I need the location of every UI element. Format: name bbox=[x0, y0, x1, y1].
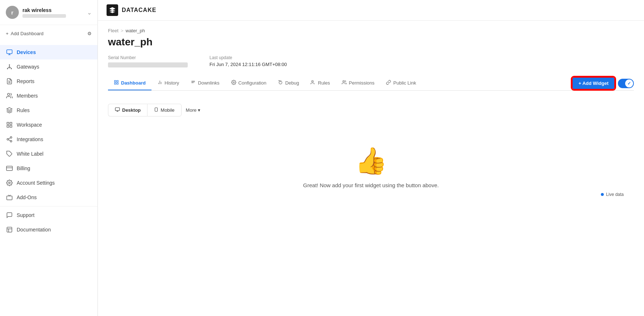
add-dashboard-button[interactable]: + Add Dashboard ⚙ bbox=[0, 28, 97, 39]
chevron-down-icon[interactable]: ⌄ bbox=[87, 9, 92, 16]
svg-point-14 bbox=[10, 140, 12, 142]
svg-point-13 bbox=[7, 139, 9, 140]
members-icon bbox=[6, 92, 13, 99]
sidebar-item-white-label[interactable]: White Label bbox=[0, 147, 97, 161]
tab-history-label: History bbox=[165, 80, 179, 86]
svg-point-36 bbox=[312, 81, 313, 82]
desktop-icon bbox=[115, 107, 120, 113]
sidebar-item-workspace[interactable]: Workspace bbox=[0, 118, 97, 132]
last-update-group: Last update Fri Jun 7, 2024 12:11:16 GMT… bbox=[209, 55, 287, 67]
live-dot bbox=[601, 193, 604, 196]
svg-rect-21 bbox=[7, 227, 12, 232]
tab-configuration[interactable]: Configuration bbox=[225, 76, 272, 90]
sidebar-item-members[interactable]: Members bbox=[0, 89, 97, 103]
svg-rect-0 bbox=[7, 50, 12, 54]
tabs-bar: Dashboard History Down bbox=[108, 76, 634, 91]
tab-downlinks[interactable]: Downlinks bbox=[185, 76, 225, 90]
add-dashboard-section: + Add Dashboard ⚙ bbox=[0, 25, 97, 42]
white-label-icon bbox=[6, 150, 13, 157]
plus-icon: + bbox=[6, 31, 9, 36]
configuration-tab-icon bbox=[231, 80, 236, 86]
sidebar-item-add-ons[interactable]: Add-Ons bbox=[0, 190, 97, 205]
sidebar-item-devices[interactable]: Devices bbox=[0, 45, 97, 59]
integrations-icon bbox=[6, 136, 13, 143]
sidebar-item-label: Integrations bbox=[17, 136, 43, 142]
sidebar-item-label: Members bbox=[17, 93, 38, 99]
tab-configuration-label: Configuration bbox=[238, 80, 266, 86]
svg-rect-8 bbox=[7, 122, 9, 124]
tab-permissions-label: Permissions bbox=[349, 80, 375, 86]
sidebar-item-reports[interactable]: Reports bbox=[0, 74, 97, 89]
sidebar-item-documentation[interactable]: Documentation bbox=[0, 222, 97, 237]
add-dashboard-label: Add Dashboard bbox=[11, 31, 43, 36]
device-meta: Serial Number Last update Fri Jun 7, 202… bbox=[108, 55, 634, 67]
tab-downlinks-label: Downlinks bbox=[198, 80, 219, 86]
svg-rect-10 bbox=[10, 126, 12, 127]
svg-point-20 bbox=[9, 182, 11, 184]
sidebar-item-rules[interactable]: Rules bbox=[0, 103, 97, 118]
tab-dashboard-label: Dashboard bbox=[121, 80, 146, 86]
user-email-blur bbox=[22, 14, 66, 18]
sidebar-item-label: Support bbox=[17, 212, 34, 218]
gear-icon[interactable]: ⚙ bbox=[87, 31, 92, 36]
tab-history[interactable]: History bbox=[151, 76, 185, 90]
dashboard-content: Desktop Mobile More ▾ 👍 bbox=[108, 98, 634, 203]
mobile-view-button[interactable]: Mobile bbox=[147, 104, 181, 116]
sidebar-item-label: Account Settings bbox=[17, 180, 55, 186]
dashboard-tab-icon bbox=[114, 80, 119, 86]
svg-point-1 bbox=[9, 65, 10, 65]
breadcrumb-fleet[interactable]: Fleet bbox=[108, 28, 119, 33]
tab-rules[interactable]: Rules bbox=[305, 76, 336, 90]
tab-dashboard[interactable]: Dashboard bbox=[108, 76, 151, 90]
history-tab-icon bbox=[157, 80, 162, 86]
user-info: rak wireless bbox=[22, 7, 83, 18]
logo-icon bbox=[107, 4, 118, 16]
add-widget-button[interactable]: + Add Widget bbox=[572, 77, 615, 90]
topbar: DATACAKE bbox=[98, 0, 644, 21]
breadcrumb: Fleet > water_ph bbox=[108, 28, 634, 33]
svg-rect-11 bbox=[7, 126, 9, 127]
tab-debug-label: Debug bbox=[285, 80, 299, 86]
mobile-view-label: Mobile bbox=[161, 107, 174, 113]
serial-number-value-blur bbox=[108, 62, 188, 67]
sidebar-item-integrations[interactable]: Integrations bbox=[0, 132, 97, 147]
add-dashboard-left: + Add Dashboard bbox=[6, 31, 43, 36]
svg-marker-7 bbox=[7, 108, 12, 111]
breadcrumb-current: water_ph bbox=[126, 28, 145, 33]
sidebar-divider bbox=[0, 206, 97, 206]
svg-point-12 bbox=[10, 137, 12, 139]
sidebar-item-label: Workspace bbox=[17, 122, 42, 128]
view-switcher: Desktop Mobile More ▾ bbox=[108, 104, 634, 116]
live-data-toggle[interactable]: ✓ bbox=[618, 79, 634, 88]
page-title: water_ph bbox=[108, 36, 634, 48]
main-content: DATACAKE Fleet > water_ph water_ph Seria… bbox=[98, 0, 644, 316]
svg-rect-18 bbox=[7, 166, 13, 171]
serial-number-group: Serial Number bbox=[108, 55, 188, 67]
sidebar-item-gateways[interactable]: Gateways bbox=[0, 59, 97, 74]
more-button[interactable]: More ▾ bbox=[182, 104, 205, 116]
desktop-view-label: Desktop bbox=[122, 107, 141, 113]
toggle-knob: ✓ bbox=[625, 79, 633, 87]
sidebar-item-label: Gateways bbox=[17, 64, 39, 70]
svg-point-34 bbox=[233, 82, 234, 83]
tab-public-link[interactable]: Public Link bbox=[380, 76, 422, 90]
sidebar-item-label: Billing bbox=[17, 165, 30, 171]
last-update-label: Last update bbox=[209, 55, 287, 60]
tab-debug[interactable]: Debug bbox=[272, 76, 305, 90]
content-area: Fleet > water_ph water_ph Serial Number … bbox=[98, 21, 644, 316]
sidebar-item-billing[interactable]: Billing bbox=[0, 161, 97, 176]
sidebar-item-account-settings[interactable]: Account Settings bbox=[0, 176, 97, 190]
thumbs-up-icon: 👍 bbox=[355, 145, 387, 176]
serial-number-label: Serial Number bbox=[108, 55, 188, 60]
live-data-badge: Live data bbox=[601, 192, 624, 197]
tab-permissions[interactable]: Permissions bbox=[336, 76, 381, 90]
billing-icon bbox=[6, 165, 13, 172]
empty-state: 👍 Great! Now add your first widget using… bbox=[108, 116, 634, 203]
sidebar-item-label: Rules bbox=[17, 107, 30, 113]
mobile-icon bbox=[154, 107, 158, 113]
workspace-icon bbox=[6, 121, 13, 128]
desktop-view-button[interactable]: Desktop bbox=[108, 104, 147, 116]
add-ons-icon bbox=[6, 194, 13, 201]
sidebar-header[interactable]: r rak wireless ⌄ bbox=[0, 0, 97, 25]
sidebar-item-support[interactable]: Support bbox=[0, 208, 97, 222]
